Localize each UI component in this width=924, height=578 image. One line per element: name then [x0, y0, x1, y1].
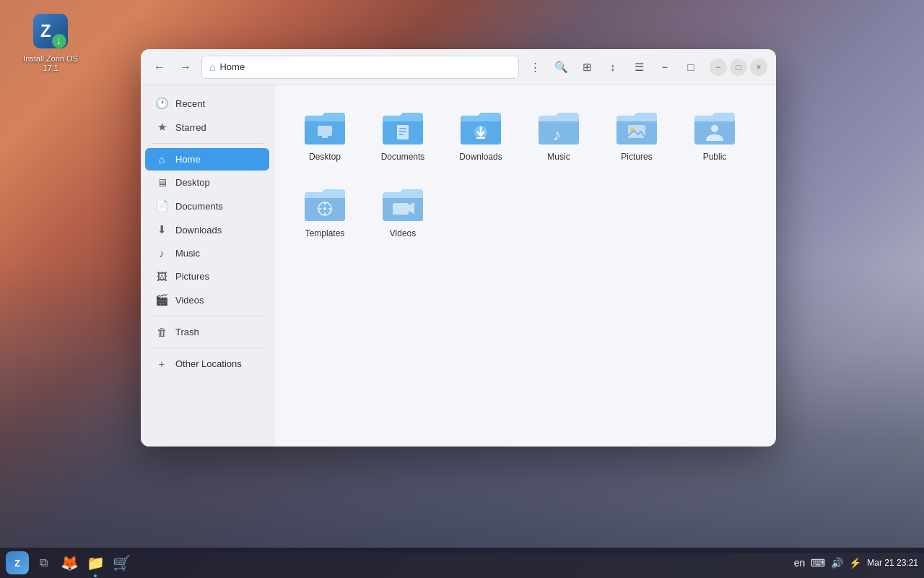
file-item-public[interactable]: Public — [679, 100, 751, 171]
svg-rect-24 — [393, 203, 409, 215]
taskbar-store[interactable]: 🛒 — [110, 551, 133, 574]
sort-button[interactable]: ↕ — [603, 57, 623, 77]
sidebar-item-videos[interactable]: 🎬 Videos — [145, 288, 269, 311]
sidebar-item-home[interactable]: ⌂ Home — [145, 148, 269, 171]
maximize-button[interactable]: □ — [730, 59, 747, 76]
sidebar-label-starred: Starred — [175, 122, 206, 133]
sidebar-label-home: Home — [175, 154, 201, 165]
sidebar-label-desktop: Desktop — [175, 177, 210, 188]
titlebar: ← → ⌂ Home ⋮ 🔍 ⊞ ↕ ☰ − □ − □ × — [141, 49, 776, 85]
file-item-music[interactable]: ♪ Music — [523, 100, 595, 171]
home-icon: ⌂ — [209, 61, 215, 73]
desktop-nav-icon: 🖥 — [155, 176, 168, 189]
window-controls: − □ × — [710, 59, 767, 76]
menu-button[interactable]: ⋮ — [525, 57, 545, 77]
desktop-folder-label: Desktop — [309, 152, 341, 163]
sidebar-item-desktop[interactable]: 🖥 Desktop — [145, 171, 269, 194]
forward-button[interactable]: → — [175, 57, 196, 77]
workspaces-icon: ⧉ — [40, 556, 48, 569]
pictures-folder-label: Pictures — [621, 152, 652, 163]
firefox-icon: 🦊 — [61, 554, 79, 571]
music-folder-icon: ♪ — [536, 107, 582, 147]
taskbar-workspaces[interactable]: ⧉ — [32, 551, 55, 574]
svg-rect-7 — [397, 125, 409, 139]
svg-point-23 — [323, 207, 326, 210]
sidebar-separator-1 — [151, 143, 263, 144]
store-icon: 🛒 — [113, 554, 131, 571]
sidebar-item-trash[interactable]: 🗑 Trash — [145, 321, 269, 343]
recent-icon: 🕐 — [155, 97, 168, 110]
desktop-folder-icon — [302, 107, 348, 147]
taskbar-files[interactable]: 📁 — [84, 551, 107, 574]
sidebar-item-documents[interactable]: 📄 Documents — [145, 194, 269, 217]
location-text: Home — [219, 61, 245, 72]
sidebar-item-recent[interactable]: 🕐 Recent — [145, 92, 269, 115]
svg-rect-15 — [628, 125, 645, 138]
zorin-icon: Z — [14, 558, 20, 569]
sidebar-item-pictures[interactable]: 🖼 Pictures — [145, 265, 269, 288]
home-nav-icon: ⌂ — [155, 153, 168, 165]
list-view-button[interactable]: ☰ — [629, 57, 649, 77]
documents-nav-icon: 📄 — [155, 199, 168, 212]
file-item-documents[interactable]: Documents — [367, 100, 439, 171]
file-item-templates[interactable]: Templates — [289, 176, 361, 247]
minimize-button[interactable]: − — [710, 59, 727, 76]
trash-nav-icon: 🗑 — [155, 326, 168, 338]
file-item-desktop[interactable]: Desktop — [289, 100, 361, 171]
file-item-videos[interactable]: Videos — [367, 176, 439, 247]
svg-rect-6 — [322, 136, 328, 138]
search-button[interactable]: 🔍 — [551, 57, 571, 77]
starred-icon: ★ — [155, 121, 168, 134]
videos-folder-icon — [380, 184, 426, 224]
pictures-nav-icon: 🖼 — [155, 270, 168, 282]
sidebar-label-videos: Videos — [175, 295, 204, 306]
zoom-in-button[interactable]: □ — [681, 57, 701, 77]
sidebar-item-music[interactable]: ♪ Music — [145, 242, 269, 264]
system-tray: en ⌨ 🔊 ⚡ Mar 21 23:21 — [794, 557, 918, 569]
back-button[interactable]: ← — [149, 57, 170, 77]
sidebar-item-starred[interactable]: ★ Starred — [145, 116, 269, 139]
battery-icon[interactable]: ⚡ — [849, 557, 861, 569]
datetime-display[interactable]: Mar 21 23:21 — [867, 558, 918, 568]
location-bar[interactable]: ⌂ Home — [201, 56, 519, 79]
documents-folder-label: Documents — [381, 152, 425, 163]
file-item-pictures[interactable]: Pictures — [601, 100, 673, 171]
downloads-folder-icon — [458, 107, 504, 147]
svg-text:♪: ♪ — [553, 126, 561, 144]
zoom-out-button[interactable]: − — [655, 57, 675, 77]
sidebar-label-trash: Trash — [175, 327, 199, 337]
sidebar-item-other-locations[interactable]: + Other Locations — [145, 353, 269, 375]
sidebar-label-other-locations: Other Locations — [175, 358, 242, 369]
file-grid: Desktop Documents — [274, 85, 776, 447]
sidebar-separator-2 — [151, 316, 263, 316]
downloads-folder-label: Downloads — [459, 152, 502, 163]
volume-icon[interactable]: 🔊 — [831, 557, 843, 569]
other-locations-icon: + — [155, 358, 168, 370]
file-item-downloads[interactable]: Downloads — [445, 100, 517, 171]
sidebar-label-pictures: Pictures — [175, 271, 209, 282]
svg-text:↓: ↓ — [56, 35, 61, 46]
svg-rect-5 — [318, 126, 332, 136]
view-toggle-button[interactable]: ⊞ — [577, 57, 597, 77]
public-folder-icon — [692, 107, 738, 147]
music-nav-icon: ♪ — [155, 247, 168, 259]
language-indicator[interactable]: en — [794, 557, 806, 569]
documents-folder-icon — [380, 107, 426, 147]
videos-nav-icon: 🎬 — [155, 293, 168, 306]
sidebar-separator-3 — [151, 348, 263, 348]
install-zorin-icon[interactable]: Z ↓ Install Zorin OS 17.1 — [22, 11, 79, 73]
content-area: 🕐 Recent ★ Starred ⌂ Home 🖥 Desktop 📄 — [141, 85, 776, 447]
keyboard-icon[interactable]: ⌨ — [811, 557, 825, 569]
svg-text:Z: Z — [40, 21, 51, 40]
taskbar-zorin-menu[interactable]: Z — [6, 551, 29, 574]
pictures-folder-icon — [614, 107, 660, 147]
sidebar-label-documents: Documents — [175, 201, 223, 212]
taskbar-firefox[interactable]: 🦊 — [58, 551, 81, 574]
taskbar: Z ⧉ 🦊 📁 🛒 en ⌨ 🔊 ⚡ Mar 21 23:21 — [0, 548, 924, 578]
close-button[interactable]: × — [750, 59, 767, 76]
sidebar-item-downloads[interactable]: ⬇ Downloads — [145, 218, 269, 241]
videos-folder-label: Videos — [390, 228, 416, 240]
templates-folder-icon — [302, 184, 348, 224]
public-folder-label: Public — [703, 152, 727, 163]
sidebar: 🕐 Recent ★ Starred ⌂ Home 🖥 Desktop 📄 — [141, 85, 274, 447]
